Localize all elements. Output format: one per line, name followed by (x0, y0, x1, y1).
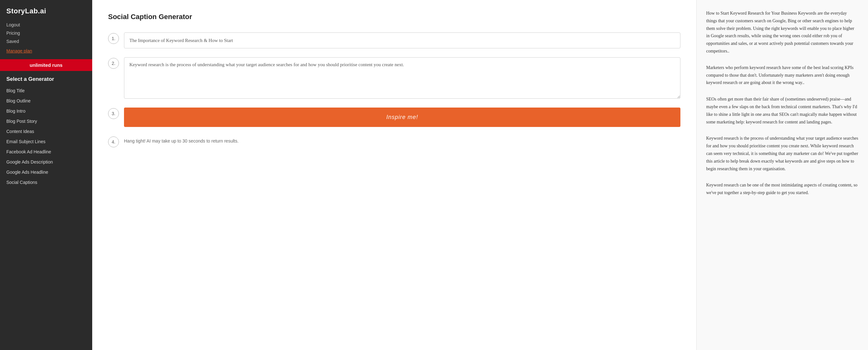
step-1-input[interactable] (124, 32, 680, 48)
generator-panel: Social Caption Generator 1. 2. 3. Inspir… (92, 0, 696, 350)
sidebar-item-blog-post-story[interactable]: Blog Post Story (0, 116, 92, 126)
sidebar-item-facebook-ad-headline[interactable]: Facebook Ad Headline (0, 147, 92, 157)
unlimited-runs-banner: unlimited runs (0, 59, 92, 71)
step-1-row: 1. (108, 32, 680, 48)
sidebar-item-social-captions[interactable]: Social Captions (0, 177, 92, 187)
sidebar-item-blog-title[interactable]: Blog Title (0, 86, 92, 96)
step-4-hint: Hang tight! AI may take up to 30 seconds… (124, 136, 680, 144)
step-3-row: 3. Inspire me! (108, 108, 680, 127)
ref-para-3: SEOs often get more than their fair shar… (706, 95, 859, 126)
ref-para-5: Keyword research can be one of the most … (706, 181, 859, 197)
select-generator-label: Select a Generator (0, 76, 92, 86)
sidebar-item-content-ideas[interactable]: Content Ideas (0, 126, 92, 137)
sidebar-nav-top: Logout Pricing Saved Manage plan (0, 21, 92, 57)
app-logo: StoryLab.ai (0, 0, 92, 21)
main-content: Social Caption Generator 1. 2. 3. Inspir… (92, 0, 868, 350)
manage-plan-link[interactable]: Manage plan (6, 46, 86, 57)
sidebar-item-email-subject-lines[interactable]: Email Subject Lines (0, 137, 92, 147)
sidebar-item-blog-outline[interactable]: Blog Outline (0, 96, 92, 106)
sidebar: StoryLab.ai Logout Pricing Saved Manage … (0, 0, 92, 350)
step-2-row: 2. (108, 57, 680, 99)
step-2-textarea[interactable] (124, 57, 680, 99)
ref-para-1: How to Start Keyword Research for Your B… (706, 9, 859, 55)
step-2-circle: 2. (108, 58, 119, 69)
inspire-button[interactable]: Inspire me! (124, 108, 680, 127)
reference-panel: How to Start Keyword Research for Your B… (696, 0, 868, 350)
sidebar-item-google-ads-description[interactable]: Google Ads Description (0, 157, 92, 167)
step-1-circle: 1. (108, 33, 119, 44)
sidebar-item-blog-intro[interactable]: Blog Intro (0, 106, 92, 116)
saved-link[interactable]: Saved (6, 37, 86, 45)
step-4-circle: 4. (108, 137, 119, 147)
logout-link[interactable]: Logout (6, 21, 86, 29)
ref-para-2: Marketers who perform keyword research h… (706, 64, 859, 87)
generator-title: Social Caption Generator (108, 13, 680, 21)
ref-para-4: Keyword research is the process of under… (706, 135, 859, 172)
pricing-link[interactable]: Pricing (6, 29, 86, 37)
step-3-circle: 3. (108, 108, 119, 119)
sidebar-item-google-ads-headline[interactable]: Google Ads Headline (0, 167, 92, 177)
step-4-row: 4. Hang tight! AI may take up to 30 seco… (108, 136, 680, 147)
